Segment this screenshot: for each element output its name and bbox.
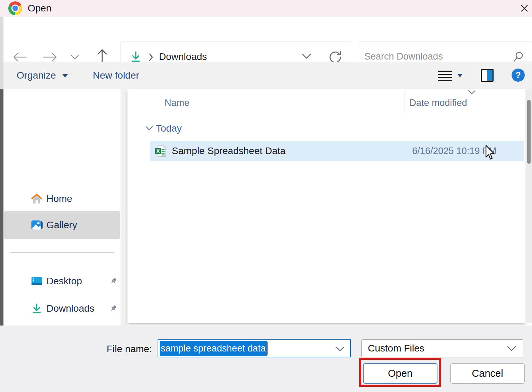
file-type-value: Custom Files — [368, 343, 424, 354]
svg-text:X: X — [157, 148, 160, 154]
file-name-dropdown-icon[interactable] — [336, 346, 345, 352]
sidebar-item-label: Desktop — [46, 276, 82, 287]
view-dropdown-icon[interactable] — [457, 74, 463, 77]
command-toolbar: Organize New folder ? — [0, 62, 532, 89]
file-type-select[interactable]: Custom Files — [361, 339, 523, 357]
file-name-input[interactable]: sample spreadsheet data — [158, 339, 351, 357]
organize-label: Organize — [17, 70, 56, 81]
sidebar-item-downloads[interactable]: Downloads — [3, 300, 121, 318]
organize-button[interactable]: Organize — [17, 62, 56, 89]
address-dropdown-icon[interactable] — [302, 54, 311, 59]
help-button[interactable]: ? — [512, 69, 525, 82]
forward-icon — [43, 52, 57, 62]
desktop-icon — [30, 275, 43, 287]
column-separator — [405, 91, 405, 113]
pane-gap — [121, 89, 127, 326]
downloads-icon — [30, 302, 43, 315]
column-header-name[interactable]: Name — [165, 98, 189, 108]
view-options-button[interactable] — [438, 71, 452, 81]
gallery-icon — [30, 219, 44, 231]
left-edge-strip — [0, 89, 3, 326]
organize-caret-icon — [62, 74, 68, 78]
sidebar-item-gallery[interactable]: Gallery — [4, 211, 120, 239]
excel-file-icon: X — [154, 144, 167, 158]
home-icon — [30, 193, 43, 205]
cancel-button[interactable]: Cancel — [450, 363, 525, 384]
back-icon — [12, 52, 27, 62]
open-file-dialog: Open — [0, 0, 532, 392]
history-chevron-icon — [71, 55, 79, 60]
file-type-dropdown-icon — [507, 346, 516, 351]
column-header-date-modified[interactable]: Date modified — [409, 98, 467, 108]
sidebar-item-label: Gallery — [46, 211, 77, 239]
breadcrumb-chevron-icon — [149, 53, 153, 61]
sort-chevron-icon[interactable] — [468, 90, 476, 95]
pin-icon — [109, 304, 118, 313]
file-row[interactable]: X Sample Spreadsheet Data 6/16/2025 10:1… — [150, 141, 524, 161]
group-header-today[interactable]: Today — [156, 123, 182, 134]
view-list-icon — [438, 71, 452, 72]
chrome-icon — [8, 1, 22, 15]
title-bar: Open — [0, 0, 532, 17]
text-caret — [267, 342, 268, 355]
cancel-button-label: Cancel — [472, 368, 503, 379]
search-icon[interactable] — [512, 51, 524, 63]
open-button-label: Open — [388, 368, 413, 379]
sidebar-item-label: Home — [46, 193, 72, 204]
sidebar-item-desktop[interactable]: Desktop — [3, 272, 121, 290]
new-folder-label: New folder — [93, 70, 139, 81]
file-list-panel: Name Date modified Today — [127, 89, 525, 323]
file-name-value: sample spreadsheet data — [160, 341, 267, 356]
close-button[interactable] — [517, 1, 531, 15]
navigation-pane: Home Gallery Desktop — [3, 89, 121, 326]
scrollbar-thumb[interactable] — [527, 100, 531, 164]
close-icon — [519, 3, 530, 14]
cursor-pointer — [484, 144, 495, 161]
group-collapse-icon[interactable] — [145, 126, 153, 131]
sidebar-item-home[interactable]: Home — [3, 190, 121, 208]
recent-locations-button[interactable] — [68, 52, 82, 62]
open-button[interactable]: Open — [363, 363, 437, 384]
preview-pane-button[interactable] — [481, 69, 494, 82]
pin-icon — [109, 277, 118, 286]
sidebar-divider — [10, 252, 114, 253]
sidebar-item-label: Downloads — [46, 303, 95, 314]
new-folder-button[interactable]: New folder — [93, 62, 139, 89]
left-edge-upper — [0, 17, 3, 89]
file-name-label: File name: — [107, 344, 152, 355]
navigation-bar: Downloads — [0, 17, 532, 62]
file-name: Sample Spreadsheet Data — [172, 145, 285, 157]
dialog-title: Open — [28, 0, 52, 17]
